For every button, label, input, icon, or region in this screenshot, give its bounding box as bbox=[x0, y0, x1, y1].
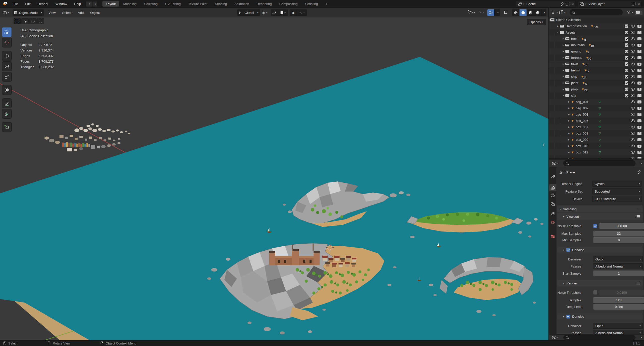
expand-arrow-icon[interactable]: ▶ bbox=[567, 120, 571, 122]
proportional-falloff-select[interactable]: ∿▾ bbox=[297, 9, 307, 16]
vp-denoise-header[interactable]: ▾ Denoise bbox=[557, 247, 643, 253]
object-visibility-button[interactable]: ▾ bbox=[467, 9, 477, 16]
breadcrumb-label[interactable]: Scene bbox=[566, 170, 575, 174]
overlays-dropdown[interactable]: ▾ bbox=[495, 9, 500, 16]
solid-shading-icon[interactable] bbox=[519, 9, 527, 16]
outliner-item-label[interactable]: box_006 bbox=[576, 119, 588, 123]
outliner-row[interactable]: ▶ ▼ bag_001 ▼ ▽ bbox=[549, 99, 644, 105]
workspace-tab[interactable]: Scripting bbox=[301, 1, 321, 7]
select-circle-mode-icon[interactable] bbox=[29, 18, 37, 24]
disable-in-renders-icon[interactable] bbox=[637, 107, 641, 110]
transform-orientation-select[interactable]: Global▾ bbox=[237, 9, 260, 16]
outliner-item-label[interactable]: Scene Collection bbox=[556, 18, 581, 22]
collection-checkbox[interactable] bbox=[625, 62, 628, 66]
disable-in-renders-icon[interactable] bbox=[637, 151, 641, 154]
select-lasso-mode-icon[interactable] bbox=[37, 18, 44, 24]
hide-in-viewport-icon[interactable] bbox=[631, 44, 635, 46]
feature-set-select[interactable]: Supported▾ bbox=[592, 188, 642, 194]
hide-in-viewport-icon[interactable] bbox=[631, 25, 635, 28]
tab-output[interactable] bbox=[549, 192, 556, 199]
workspace-tab[interactable]: Modeling bbox=[120, 1, 140, 7]
hide-in-viewport-icon[interactable] bbox=[631, 119, 635, 122]
expand-arrow-icon[interactable]: ▶ bbox=[567, 107, 571, 109]
workspace-tab[interactable]: Texture Paint bbox=[185, 1, 211, 7]
proportional-edit-icon[interactable]: ◉ bbox=[290, 9, 297, 16]
viewport-menu[interactable]: Object bbox=[88, 9, 102, 16]
workspace-tab[interactable]: Compositing bbox=[276, 1, 301, 7]
outliner-item-label[interactable]: plant bbox=[571, 81, 578, 85]
vp-passes-select[interactable]: Albedo and Normal▾ bbox=[593, 263, 643, 269]
viewport-menu[interactable]: View bbox=[47, 9, 57, 16]
outliner-row[interactable]: ▶ ▼ ground ▼5 ▽ bbox=[549, 48, 644, 55]
outliner-item-label[interactable]: Assets bbox=[566, 31, 575, 34]
preset-icon[interactable] bbox=[637, 215, 640, 218]
outliner-item-label[interactable]: city bbox=[571, 94, 576, 97]
gizmo-button[interactable]: ↷▾ bbox=[477, 9, 486, 16]
wireframe-shading-icon[interactable] bbox=[512, 9, 519, 16]
topbar-menu[interactable]: Window bbox=[52, 0, 71, 8]
outliner-row[interactable]: ▼ ▼ city ▼ ▽ bbox=[549, 92, 644, 99]
hide-in-viewport-icon[interactable] bbox=[631, 157, 635, 158]
expand-arrow-icon[interactable]: ▶ bbox=[567, 132, 571, 135]
sampling-panel-header[interactable]: ▾Sampling ∷∷ bbox=[557, 206, 643, 212]
topbar-menu[interactable]: Edit bbox=[21, 0, 34, 8]
measure-tool[interactable] bbox=[2, 109, 12, 119]
scene-selector[interactable]: ▾ Scene × bbox=[516, 1, 575, 7]
disable-in-renders-icon[interactable] bbox=[637, 145, 641, 148]
properties-editor-type-button[interactable]: ▾ bbox=[551, 161, 559, 166]
outliner-row[interactable]: ▶ ▼ fortress ▼30 ▽ bbox=[549, 55, 644, 61]
disable-in-renders-icon[interactable] bbox=[637, 113, 641, 116]
pin-icon[interactable] bbox=[560, 2, 563, 6]
render-engine-select[interactable]: Cycles▾ bbox=[592, 181, 642, 187]
hide-in-viewport-icon[interactable] bbox=[631, 132, 635, 135]
collection-checkbox[interactable] bbox=[625, 56, 628, 60]
disable-in-renders-icon[interactable] bbox=[637, 157, 641, 159]
collection-checkbox[interactable] bbox=[625, 81, 628, 85]
disable-in-renders-icon[interactable] bbox=[637, 94, 641, 97]
outliner-item-label[interactable]: box_009 bbox=[576, 138, 588, 142]
expand-arrow-icon[interactable]: ▶ bbox=[567, 113, 571, 116]
rn-noise-threshold-field[interactable]: 0.0100 bbox=[599, 290, 644, 296]
time-limit-field[interactable]: 0 sec bbox=[593, 304, 644, 310]
topbar-menu[interactable]: File bbox=[9, 0, 21, 8]
pin-id-icon[interactable] bbox=[637, 170, 640, 174]
view-layer-selector[interactable]: ▾ View Layer × bbox=[578, 1, 641, 7]
vp-denoiser-select[interactable]: OptiX▾ bbox=[593, 256, 643, 262]
disable-in-renders-icon[interactable] bbox=[637, 119, 641, 122]
transform-tool[interactable] bbox=[2, 85, 12, 95]
save-version-button[interactable]: ↑ bbox=[86, 2, 93, 7]
vp-noise-threshold-checkbox[interactable] bbox=[593, 224, 597, 228]
delete-scene-icon[interactable]: × bbox=[571, 2, 574, 6]
pivot-point-button[interactable]: ◎▾ bbox=[260, 9, 269, 16]
new-scene-icon[interactable] bbox=[566, 2, 569, 6]
outliner-display-mode-button[interactable]: ▾ bbox=[559, 10, 566, 15]
collection-checkbox[interactable] bbox=[625, 43, 628, 47]
hide-in-viewport-icon[interactable] bbox=[631, 75, 635, 78]
hide-in-viewport-icon[interactable] bbox=[631, 88, 635, 91]
outliner-item-label[interactable]: box_012 bbox=[576, 150, 588, 154]
panel-grip-icon[interactable]: ∷∷ bbox=[636, 207, 640, 210]
new-collection-button[interactable]: + bbox=[635, 10, 642, 15]
select-box-tool[interactable] bbox=[2, 27, 12, 37]
vp-noise-threshold-field[interactable]: 0.1000 bbox=[599, 223, 644, 229]
workspace-tab[interactable]: Sculpting bbox=[141, 1, 161, 7]
collection-checkbox[interactable] bbox=[625, 50, 628, 53]
material-preview-shading-icon[interactable] bbox=[527, 9, 534, 16]
expand-arrow-icon[interactable]: ▶ bbox=[561, 57, 565, 59]
outliner-item-label[interactable]: rock bbox=[571, 37, 577, 41]
rn-passes-select[interactable]: Albedo and Normal▾ bbox=[593, 330, 643, 335]
collection-checkbox[interactable] bbox=[625, 24, 628, 28]
hide-in-viewport-icon[interactable] bbox=[631, 94, 635, 97]
bottom-editor-type-button[interactable]: ▾ bbox=[551, 335, 559, 340]
outliner-item-label[interactable]: box_010 bbox=[576, 144, 588, 148]
collection-checkbox[interactable] bbox=[625, 75, 628, 78]
outliner-item-label[interactable]: prop bbox=[571, 87, 578, 91]
outliner-row[interactable]: ▶ ▼ box_012 ▼ ▽ bbox=[549, 149, 644, 155]
outliner-row[interactable]: ▶ ▼ box_010 ▼ ▽ bbox=[549, 143, 644, 149]
outliner-row[interactable]: ▶ ▼ bag_003 ▼ ▽ bbox=[549, 111, 644, 118]
expand-arrow-icon[interactable]: ▶ bbox=[561, 38, 565, 40]
collection-checkbox[interactable] bbox=[625, 69, 628, 72]
disable-in-renders-icon[interactable] bbox=[637, 31, 641, 34]
workspace-tab[interactable]: Shading bbox=[211, 1, 231, 7]
outliner-row[interactable]: ▶ ▼ mountain ▼10 ▽ bbox=[549, 42, 644, 48]
